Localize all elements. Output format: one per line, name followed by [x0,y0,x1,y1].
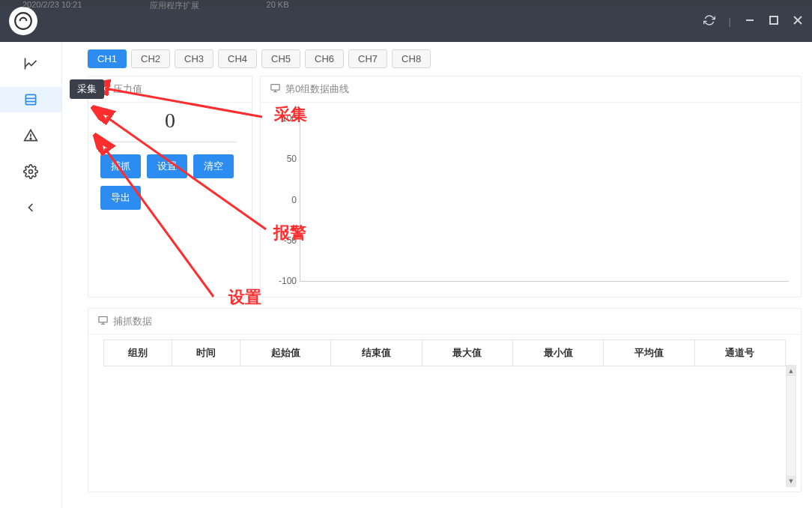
capture-title: 捕抓数据 [113,315,152,328]
scrollbar[interactable]: ▲ ▼ [786,365,796,487]
export-button[interactable]: 导出 [100,186,141,210]
svg-point-10 [29,170,33,174]
divider [103,142,237,142]
capture-button[interactable]: 捕抓 [100,154,141,178]
y-tick: 0 [274,195,297,205]
tab-ch8[interactable]: CH8 [392,49,431,68]
x-axis [300,281,789,282]
sidebar-item-settings[interactable] [0,159,61,184]
tab-ch2[interactable]: CH2 [131,49,170,68]
capture-table: 组别 时间 起始值 结束值 最大值 最小值 平均值 通道号 [103,339,786,366]
set-button[interactable]: 设置 [147,154,187,178]
col-max: 最大值 [422,340,512,366]
y-tick: -100 [274,276,297,286]
monitor-icon [97,315,109,328]
channel-tabs: CH1 CH2 CH3 CH4 CH5 CH6 CH7 CH8 [88,49,802,68]
maximize-button[interactable] [766,12,782,31]
tab-ch4[interactable]: CH4 [218,49,257,68]
svg-point-0 [15,13,31,29]
scroll-up-icon[interactable]: ▲ [787,366,796,376]
sidebar-item-collect[interactable] [0,87,61,112]
svg-rect-13 [271,85,279,91]
sidebar-item-alert[interactable] [0,123,61,148]
app-logo [9,7,37,35]
tab-ch6[interactable]: CH6 [305,49,344,68]
y-tick: 50 [274,154,297,164]
tab-ch5[interactable]: CH5 [261,49,300,68]
divider: | [726,13,734,30]
y-axis [300,118,300,282]
svg-rect-16 [99,317,107,323]
col-time: 时间 [172,340,240,366]
pressure-value: 0 [88,103,252,142]
chart-title: 第0组数据曲线 [285,82,349,96]
col-channel: 通道号 [694,340,785,366]
col-avg: 平均值 [604,340,694,366]
sidebar-item-back[interactable] [0,195,61,220]
svg-point-9 [30,138,31,139]
capture-panel: 捕抓数据 组别 时间 起始值 结束值 最大值 最小值 平均值 通道号 [88,308,802,492]
refresh-icon[interactable] [700,11,718,31]
col-end: 结束值 [331,340,422,366]
chart-panel: 第0组数据曲线 100 50 0 -50 -100 [260,76,802,297]
tab-ch1[interactable]: CH1 [88,49,127,68]
monitor-icon [270,82,281,96]
pressure-title: 压力值 [113,82,142,96]
title-bar: | [0,0,812,42]
sidebar-tooltip: 采集 [70,79,104,99]
sidebar-item-chart[interactable] [0,51,61,76]
svg-rect-5 [25,94,35,104]
col-min: 最小值 [512,340,603,366]
svg-rect-2 [770,16,778,24]
close-button[interactable] [790,12,806,31]
sidebar [0,42,62,508]
col-group: 组别 [104,340,172,366]
minimize-button[interactable] [742,12,758,31]
pressure-panel: 压力值 0 捕抓 设置 清空 导出 [88,76,252,297]
y-tick: -50 [274,235,297,246]
col-start: 起始值 [240,340,331,366]
y-tick: 100 [274,113,297,124]
chart-area: 100 50 0 -50 -100 [261,103,801,297]
clear-button[interactable]: 清空 [193,154,234,178]
tab-ch7[interactable]: CH7 [348,49,387,68]
scroll-down-icon[interactable]: ▼ [787,476,796,486]
tab-ch3[interactable]: CH3 [175,49,213,68]
